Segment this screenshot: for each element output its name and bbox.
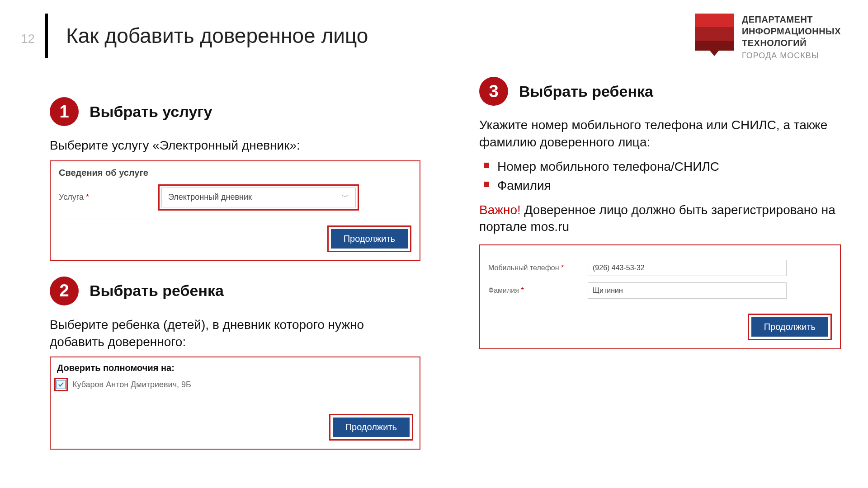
step-1-badge: 1 — [50, 97, 79, 126]
continue-button-2[interactable]: Продолжить — [333, 418, 410, 437]
step-1-panel-title: Сведения об услуге — [59, 168, 411, 178]
checkbox-highlight — [54, 378, 68, 391]
step-3-bullets: Номер мобильного телефона/СНИЛС Фамилия — [479, 157, 841, 195]
step-3-panel: Мобильный телефон * Фамилия * Продолжить — [479, 244, 841, 349]
check-icon — [58, 381, 64, 388]
bullet-surname: Фамилия — [479, 176, 841, 195]
org-line1: ДЕПАРТАМЕНТ — [742, 14, 841, 25]
service-select[interactable]: Электронный дневник ﹀ — [161, 188, 356, 207]
org-sub: ГОРОДА МОСКВЫ — [742, 51, 841, 61]
step-3-text: Укажите номер мобильного телефона или СН… — [479, 117, 841, 151]
step-1-panel: Сведения об услуге Услуга * Электронный … — [50, 160, 420, 261]
step-2-badge: 2 — [50, 277, 79, 305]
warning-label: Важно! — [479, 203, 521, 217]
org-line3: ТЕХНОЛОГИЙ — [742, 37, 841, 49]
continue-button-1[interactable]: Продолжить — [331, 229, 408, 249]
svg-marker-0 — [708, 48, 721, 56]
step-1-text: Выберите услугу «Электронный дневник»: — [50, 137, 420, 154]
surname-label: Фамилия * — [488, 286, 588, 295]
phone-label: Мобильный телефон * — [488, 264, 588, 272]
continue-button-3[interactable]: Продолжить — [751, 317, 828, 337]
continue-highlight-3: Продолжить — [748, 314, 832, 340]
step-1-header: 1 Выбрать услугу — [50, 97, 420, 126]
step-2-panel-title: Доверить полномочия на: — [57, 363, 413, 373]
child-name: Кубаров Антон Дмитриевич, 9Б — [72, 380, 191, 389]
page-number: 12 — [21, 32, 35, 46]
dept-logo — [695, 14, 734, 54]
phone-input[interactable] — [588, 260, 787, 276]
step-3-title: Выбрать ребенка — [519, 83, 653, 100]
surname-input[interactable] — [588, 282, 787, 299]
child-checkbox[interactable] — [57, 380, 66, 389]
divider — [59, 219, 411, 219]
divider-3 — [488, 307, 832, 307]
step-1-title: Выбрать услугу — [90, 103, 212, 121]
service-select-highlight: Электронный дневник ﹀ — [158, 184, 359, 211]
step-2-header: 2 Выбрать ребенка — [50, 277, 420, 305]
org-header: ДЕПАРТАМЕНТ ИНФОРМАЦИОННЫХ ТЕХНОЛОГИЙ ГО… — [695, 14, 841, 61]
org-line2: ИНФОРМАЦИОННЫХ — [742, 25, 841, 37]
service-label: Услуга * — [59, 192, 149, 202]
step-2-text: Выберите ребенка (детей), в дневник кото… — [50, 316, 420, 351]
step-2-panel: Доверить полномочия на: Кубаров Антон Дм… — [50, 357, 420, 450]
title-bar: Как добавить доверенное лицо — [45, 14, 368, 58]
service-select-value: Электронный дневник — [168, 192, 252, 202]
warning-text: Доверенное лицо должно быть зарегистриро… — [479, 203, 835, 234]
chevron-down-icon: ﹀ — [342, 192, 349, 202]
continue-highlight-1: Продолжить — [327, 225, 411, 252]
step-2-title: Выбрать ребенка — [90, 282, 224, 300]
continue-highlight-2: Продолжить — [329, 414, 413, 441]
step-3-header: 3 Выбрать ребенка — [479, 77, 841, 106]
page-title: Как добавить доверенное лицо — [66, 23, 368, 48]
bullet-phone: Номер мобильного телефона/СНИЛС — [479, 157, 841, 176]
step-3-warning: Важно! Доверенное лицо должно быть зарег… — [479, 202, 841, 236]
step-3-badge: 3 — [479, 77, 508, 106]
